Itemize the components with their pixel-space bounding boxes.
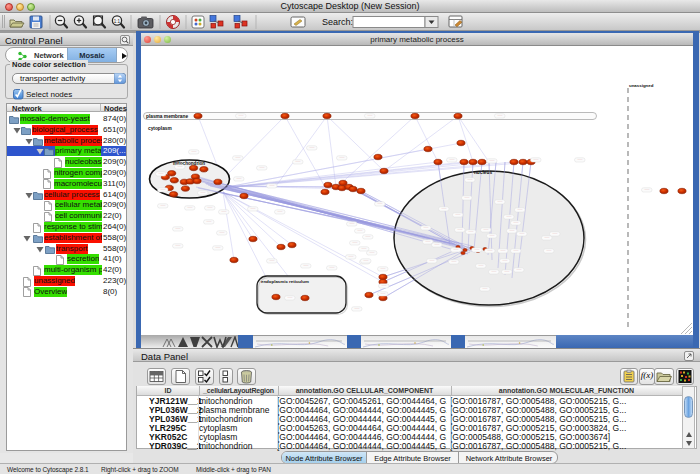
svg-text:·····: ····· <box>349 255 354 259</box>
svg-text:·····: ····· <box>251 207 256 211</box>
svg-text:·····: ····· <box>364 259 369 263</box>
svg-text:·····: ····· <box>498 200 503 204</box>
svg-text:·····: ····· <box>161 204 166 208</box>
svg-text:·····: ····· <box>340 156 345 160</box>
svg-text:·····: ····· <box>578 158 583 162</box>
svg-text:·····: ····· <box>382 284 387 288</box>
svg-text:·····: ····· <box>483 287 488 291</box>
svg-text:·····: ····· <box>310 146 315 150</box>
svg-text:·····: ····· <box>424 226 429 230</box>
svg-text:·····: ····· <box>510 229 515 233</box>
svg-text:·····: ····· <box>207 220 212 224</box>
svg-text:·····: ····· <box>220 231 225 235</box>
svg-text:·····: ····· <box>216 246 221 250</box>
svg-text:·····: ····· <box>161 188 166 192</box>
svg-text:·····: ····· <box>278 210 283 214</box>
svg-text:·····: ····· <box>237 177 242 181</box>
svg-text:·····: ····· <box>368 114 373 118</box>
svg-text:·····: ····· <box>192 150 197 154</box>
svg-text:·····: ····· <box>270 259 275 263</box>
svg-text:·····: ····· <box>547 249 552 253</box>
svg-text:Search:: Search: <box>322 17 353 27</box>
svg-text:·····: ····· <box>288 296 293 300</box>
svg-text:·····: ····· <box>208 206 213 210</box>
svg-text:·····: ····· <box>381 292 386 296</box>
svg-text:·····: ····· <box>520 232 525 236</box>
svg-text:·····: ····· <box>370 251 375 255</box>
svg-text:·····: ····· <box>435 243 440 247</box>
svg-text:·····: ····· <box>490 234 495 238</box>
svg-text:·····: ····· <box>469 230 474 234</box>
svg-text:·····: ····· <box>176 227 181 231</box>
svg-text:·····: ····· <box>505 270 510 274</box>
svg-text:·····: ····· <box>296 160 301 164</box>
svg-text:·····: ····· <box>479 264 484 268</box>
svg-text:·····: ····· <box>645 188 650 192</box>
svg-text:·····: ····· <box>545 236 550 240</box>
svg-text:nucleus: nucleus <box>474 170 492 175</box>
svg-text:1:1: 1:1 <box>114 19 121 24</box>
svg-text:·····: ····· <box>350 222 355 226</box>
svg-text:·····: ····· <box>498 114 503 118</box>
svg-text:·····: ····· <box>450 158 455 162</box>
svg-text:·····: ····· <box>330 266 335 270</box>
svg-text:·····: ····· <box>260 166 265 170</box>
svg-text:·····: ····· <box>442 207 447 211</box>
svg-text:·····: ····· <box>475 248 480 252</box>
svg-text:endoplasmic reticulum: endoplasmic reticulum <box>261 279 309 284</box>
svg-text:·····: ····· <box>517 268 522 272</box>
svg-text:·····: ····· <box>488 249 493 253</box>
svg-text:·····: ····· <box>159 172 164 176</box>
svg-text:·····: ····· <box>484 228 489 232</box>
svg-text:·····: ····· <box>503 259 508 263</box>
svg-text:·····: ····· <box>465 196 470 200</box>
svg-text:·····: ····· <box>468 178 473 182</box>
svg-text:·····: ····· <box>426 240 431 244</box>
svg-text:·····: ····· <box>534 158 539 162</box>
svg-text:·····: ····· <box>454 248 459 252</box>
svg-text:·····: ····· <box>358 229 363 233</box>
svg-text:·····: ····· <box>490 159 495 163</box>
svg-text:·····: ····· <box>366 235 371 239</box>
svg-text:·····: ····· <box>353 241 358 245</box>
svg-text:plasma membrane: plasma membrane <box>146 114 188 119</box>
svg-text:·····: ····· <box>452 260 457 264</box>
svg-text:·····: ····· <box>456 213 461 217</box>
svg-text:·····: ····· <box>362 247 367 251</box>
svg-text:cytoplasm: cytoplasm <box>148 126 172 131</box>
svg-text:·····: ····· <box>430 259 435 263</box>
svg-text:unassigned: unassigned <box>629 83 654 88</box>
svg-text:·····: ····· <box>518 208 523 212</box>
svg-text:·····: ····· <box>178 165 183 169</box>
svg-text:·····: ····· <box>381 267 386 271</box>
svg-text:·····: ····· <box>501 249 506 253</box>
svg-text:·····: ····· <box>458 228 463 232</box>
svg-text:·····: ····· <box>236 156 241 160</box>
svg-text:·····: ····· <box>492 270 497 274</box>
svg-text:·····: ····· <box>355 307 360 311</box>
svg-text:·····: ····· <box>239 114 244 118</box>
svg-text:·····: ····· <box>270 184 275 188</box>
svg-text:·····: ····· <box>188 206 193 210</box>
svg-text:·····: ····· <box>514 249 519 253</box>
svg-text:·····: ····· <box>222 210 227 214</box>
svg-text:·····: ····· <box>553 232 558 236</box>
svg-text:·····: ····· <box>176 244 181 248</box>
svg-text:·····: ····· <box>507 215 512 219</box>
svg-text:·····: ····· <box>378 202 383 206</box>
svg-text:·····: ····· <box>514 221 519 225</box>
svg-text:·····: ····· <box>304 264 309 268</box>
svg-text:·····: ····· <box>201 191 206 195</box>
